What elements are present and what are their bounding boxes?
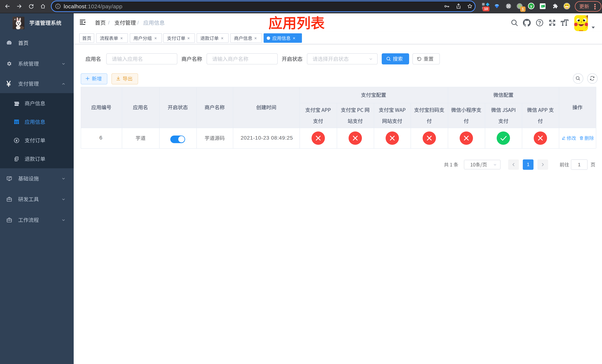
svg-text:y: y: [530, 4, 532, 8]
